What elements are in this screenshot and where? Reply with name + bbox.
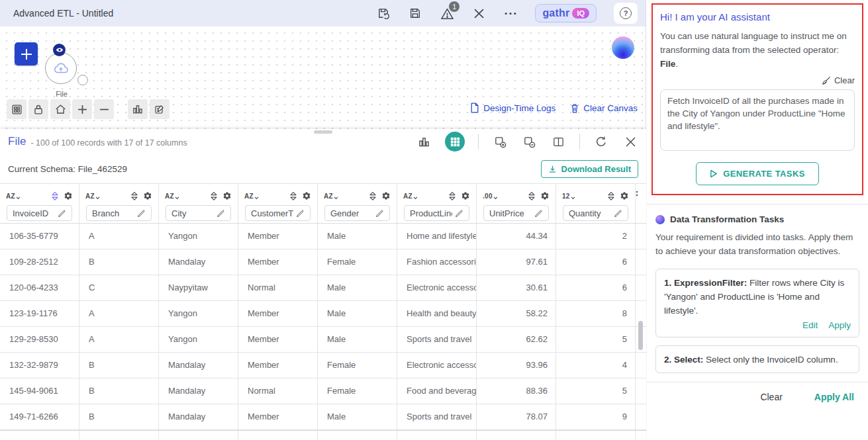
cloud-upload-icon bbox=[53, 62, 69, 74]
document-icon bbox=[470, 103, 479, 113]
edit-task-button[interactable]: Edit bbox=[802, 320, 818, 330]
refresh-icon[interactable] bbox=[593, 134, 609, 150]
column-name-input[interactable]: UnitPrice bbox=[483, 205, 549, 221]
sort-icon[interactable] bbox=[130, 191, 138, 201]
sort-icon[interactable] bbox=[607, 191, 615, 201]
column-name-input[interactable]: CustomerTy... bbox=[245, 205, 311, 221]
design-time-logs-link[interactable]: Design-Time Logs bbox=[470, 103, 555, 113]
records-summary: - 100 of 100 records with 17 of 17 colum… bbox=[30, 136, 187, 148]
etl-canvas[interactable]: File bbox=[0, 26, 646, 129]
table-cell: 149-71-6266 bbox=[0, 404, 79, 429]
ai-assistant-sphere-icon[interactable] bbox=[612, 36, 634, 59]
close-preview-icon[interactable] bbox=[622, 134, 638, 150]
table-cell: 62.62 bbox=[477, 327, 556, 352]
apply-task-button[interactable]: Apply bbox=[828, 320, 851, 330]
sheet-drag-handle[interactable] bbox=[314, 130, 332, 134]
edit-column-pencil-icon[interactable] bbox=[375, 209, 384, 218]
broom-icon bbox=[821, 76, 831, 85]
generate-tasks-button[interactable]: GENERATE TASKS bbox=[696, 162, 819, 185]
edit-column-pencil-icon[interactable] bbox=[58, 209, 66, 218]
alerts-badge: 1 bbox=[449, 1, 459, 12]
table-cell: 120-06-4233 bbox=[0, 275, 79, 300]
iq-badge: IQ bbox=[572, 8, 589, 19]
sort-icon[interactable] bbox=[210, 191, 218, 201]
sort-icon[interactable] bbox=[448, 191, 456, 201]
save-icon[interactable] bbox=[408, 6, 422, 21]
vertical-scrollbar-thumb[interactable] bbox=[638, 321, 643, 350]
column-settings-gear-icon[interactable] bbox=[381, 191, 391, 200]
column-settings-gear-icon[interactable] bbox=[540, 191, 550, 200]
clear-tasks-button[interactable]: Clear bbox=[760, 392, 782, 402]
sort-icon[interactable] bbox=[528, 191, 536, 201]
edit-column-pencil-icon[interactable] bbox=[614, 209, 622, 218]
table-cell: 8 bbox=[556, 301, 636, 326]
table-cell: Male bbox=[318, 327, 397, 352]
save-version-icon[interactable] bbox=[376, 6, 391, 21]
eye-preview-icon[interactable] bbox=[53, 44, 66, 56]
table-cell: Sports and travel bbox=[397, 327, 477, 352]
node-circle[interactable] bbox=[45, 52, 77, 84]
sort-icon[interactable] bbox=[369, 191, 377, 201]
column-type-icon: AZ bbox=[6, 193, 21, 200]
column-name-input[interactable]: Quantity bbox=[563, 205, 628, 221]
table-cell: Male bbox=[318, 275, 397, 300]
table-body: 106-35-6779AYangonMemberMaleHome and lif… bbox=[0, 224, 646, 439]
grid-view-icon[interactable] bbox=[7, 99, 26, 119]
notes-icon[interactable] bbox=[150, 99, 169, 119]
preview-node-title[interactable]: File bbox=[8, 135, 26, 148]
table-cell: Food and beverages bbox=[397, 378, 477, 404]
home-icon[interactable] bbox=[50, 99, 70, 119]
sort-icon[interactable] bbox=[289, 191, 297, 201]
canvas-toolbar bbox=[7, 99, 169, 119]
column-settings-gear-icon[interactable] bbox=[302, 191, 311, 200]
column-settings-gear-icon[interactable] bbox=[461, 191, 470, 200]
chart-view-icon[interactable] bbox=[416, 134, 432, 150]
add-operator-button[interactable] bbox=[15, 42, 38, 66]
tasks-description: Your requirement is divided into tasks. … bbox=[655, 230, 859, 258]
column-name-input[interactable]: City bbox=[166, 205, 231, 221]
more-options-icon[interactable] bbox=[503, 6, 518, 21]
sort-icon[interactable] bbox=[51, 191, 59, 201]
split-columns-icon[interactable] bbox=[550, 134, 566, 150]
edit-column-pencil-icon[interactable] bbox=[455, 209, 463, 218]
table-cell: Member bbox=[238, 301, 318, 326]
column-settings-gear-icon[interactable] bbox=[64, 191, 73, 200]
edit-column-pencil-icon[interactable] bbox=[296, 209, 305, 218]
add-panel-icon[interactable] bbox=[492, 134, 508, 150]
close-pipeline-icon[interactable] bbox=[471, 6, 486, 21]
column-settings-gear-icon[interactable] bbox=[222, 191, 232, 200]
alerts-warning-icon[interactable]: 1 bbox=[440, 6, 454, 21]
prompt-input[interactable]: Fetch InvoiceID of all the purchases mad… bbox=[660, 89, 855, 151]
download-result-button[interactable]: Download Result bbox=[541, 160, 638, 178]
table-row: 109-28-2512BMandalayMemberFemaleFashion … bbox=[0, 249, 646, 275]
edit-column-pencil-icon[interactable] bbox=[137, 209, 146, 218]
column-name-input[interactable]: ProductLine bbox=[404, 205, 469, 221]
output-port[interactable] bbox=[77, 75, 88, 85]
remove-panel-icon[interactable] bbox=[521, 134, 537, 150]
gathr-iq-button[interactable]: gathr IQ bbox=[535, 4, 597, 22]
window-title: Advanced ETL - Untitled bbox=[13, 8, 113, 19]
table-cell: 97.61 bbox=[477, 249, 556, 275]
clear-prompt-button[interactable]: Clear bbox=[660, 75, 855, 85]
zoom-out-icon[interactable] bbox=[94, 99, 114, 119]
table-cell: 78.07 bbox=[477, 404, 556, 429]
lock-icon[interactable] bbox=[28, 99, 48, 119]
apply-all-button[interactable]: Apply All bbox=[814, 392, 854, 402]
column-settings-gear-icon[interactable] bbox=[143, 191, 152, 200]
clear-canvas-link[interactable]: Clear Canvas bbox=[570, 103, 638, 113]
zoom-in-icon[interactable] bbox=[72, 99, 92, 119]
column-type-icon: .00 bbox=[483, 193, 498, 200]
table-view-icon-active[interactable] bbox=[445, 132, 465, 152]
table-cell: Mandalay bbox=[159, 378, 238, 404]
table-cell: C bbox=[79, 275, 159, 300]
edit-column-pencil-icon[interactable] bbox=[217, 209, 225, 218]
chart-metrics-icon[interactable] bbox=[128, 99, 148, 119]
column-type-icon: AZ bbox=[165, 193, 179, 200]
column-settings-gear-icon[interactable] bbox=[620, 191, 629, 200]
help-button[interactable]: ? bbox=[614, 3, 638, 24]
panel-divider bbox=[647, 204, 868, 204]
edit-column-pencil-icon[interactable] bbox=[534, 209, 543, 218]
column-name-input[interactable]: InvoiceID bbox=[7, 205, 72, 221]
column-name-input[interactable]: Gender bbox=[324, 205, 390, 221]
column-name-input[interactable]: Branch bbox=[86, 205, 152, 221]
